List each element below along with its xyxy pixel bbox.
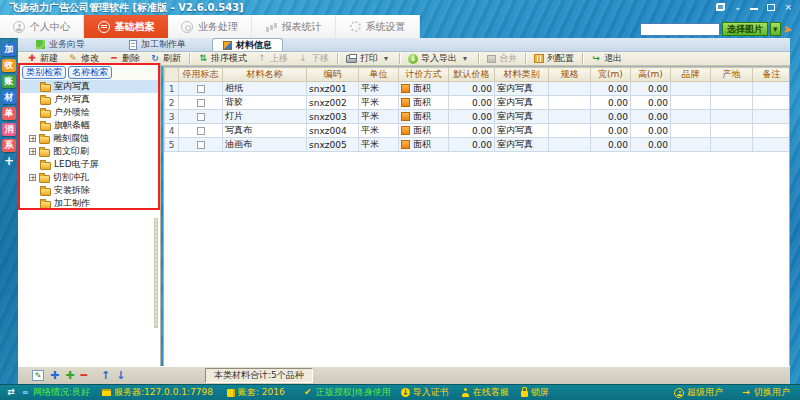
tree-item-cutting[interactable]: 切割冲孔 (20, 171, 158, 184)
tab-work-order[interactable]: 加工制作单 (119, 38, 196, 51)
window-title: 飞扬动力广告公司管理软件 [标准版 - V2.6.0.543] (0, 1, 244, 15)
move-down-icon[interactable]: ↓ (116, 370, 125, 382)
move-down-button[interactable]: 下移 (293, 52, 334, 65)
tree-item-outdoor-photo[interactable]: 户外写真 (20, 93, 158, 106)
expand-icon[interactable] (29, 174, 36, 181)
tree-item-install-remove[interactable]: 安装拆除 (20, 184, 158, 197)
switch-user-button[interactable]: 切换用户 (741, 386, 790, 399)
tree-item-engraving[interactable]: 雕刻腐蚀 (20, 132, 158, 145)
disable-checkbox[interactable] (197, 85, 205, 93)
add-blue-icon[interactable]: ✚ (50, 370, 59, 382)
disable-checkbox[interactable] (197, 127, 205, 135)
sync-icon (6, 387, 16, 398)
quick-tab-add[interactable]: + (2, 155, 16, 168)
add-green-icon[interactable]: ✚ (65, 370, 74, 382)
table-row[interactable]: 4 写真布 snxz004 平米 面积 0.00 室内写真 0.00 0.00 (165, 124, 791, 138)
import-cert-icon (401, 388, 410, 397)
area-pricing-icon (401, 98, 410, 107)
folder-icon (40, 123, 51, 131)
import-cert-button[interactable]: 导入证书 (401, 386, 449, 399)
minimize-icon[interactable] (750, 3, 758, 11)
quick-tab-dan[interactable]: 单 (2, 107, 16, 120)
quick-tab-jia[interactable]: 加 (2, 43, 16, 56)
expand-icon[interactable] (29, 135, 36, 142)
account-book-icon (227, 389, 235, 397)
caret-down-icon (381, 53, 391, 64)
merge-button[interactable]: 合并 (482, 52, 522, 65)
windows-icon[interactable] (716, 3, 725, 11)
window-controls: ⌄ × (716, 1, 792, 13)
image-picker: 选择图片 ▾ ➤ (640, 22, 792, 36)
bar-chart-icon (266, 22, 277, 32)
move-up-button[interactable]: 上移 (252, 52, 293, 65)
switch-arrow-icon (741, 387, 751, 398)
tree-item-flag-banner[interactable]: 旗帜条幅 (20, 119, 158, 132)
disable-checkbox[interactable] (197, 99, 205, 107)
account-set: 账套: 2016 (227, 386, 285, 399)
column-config-icon (534, 54, 544, 63)
sort-icon (198, 53, 208, 64)
move-up-icon[interactable]: ↑ (101, 370, 110, 382)
tab-business-wizard[interactable]: 业务向导 (26, 38, 95, 51)
tab-name-search[interactable]: 名称检索 (68, 66, 112, 79)
application-window: 飞扬动力广告公司管理软件 [标准版 - V2.6.0.543] ⌄ × 个人中心… (0, 0, 800, 400)
tree-item-graphic-print[interactable]: 图文印刷 (20, 145, 158, 158)
image-path-input[interactable] (640, 23, 720, 36)
quick-tab-xiao[interactable]: 消 (2, 123, 16, 136)
tree-scrollbar[interactable] (154, 218, 158, 328)
disable-checkbox[interactable] (197, 113, 205, 121)
lock-screen-button[interactable]: 锁屏 (521, 386, 549, 399)
sort-mode-button[interactable]: 排序模式 (193, 52, 252, 65)
table-row[interactable]: 2 背胶 snxz002 平米 面积 0.00 室内写真 0.00 0.00 (165, 96, 791, 110)
folder-icon (40, 188, 51, 196)
exit-button[interactable]: 退出 (586, 52, 627, 65)
select-image-button[interactable]: 选择图片 (722, 22, 768, 36)
edit-note-icon[interactable] (32, 370, 44, 381)
separator (189, 53, 190, 64)
table-row[interactable]: 1 相纸 snxz001 平米 面积 0.00 室内写真 0.00 0.00 (165, 82, 791, 96)
quick-tab-cai[interactable]: 材 (2, 91, 16, 104)
tab-business-process[interactable]: 业务处理 (168, 15, 252, 38)
tab-personal-center[interactable]: 个人中心 (0, 15, 84, 38)
area-pricing-icon (401, 112, 410, 121)
tab-material-info[interactable]: 材料信息 (212, 38, 283, 51)
quick-tab-xi[interactable]: 系 (2, 139, 16, 152)
exit-icon (591, 53, 601, 64)
pointer-hand-icon: ➤ (782, 22, 793, 36)
pin-icon[interactable]: ⌄ (734, 1, 742, 13)
super-user-button[interactable]: 超级用户 (674, 386, 723, 399)
tree-item-processing[interactable]: 加工制作 (20, 197, 158, 210)
folder-icon (40, 84, 51, 92)
merge-icon (487, 55, 496, 63)
maximize-icon[interactable] (767, 4, 775, 11)
category-tree-panel: 类别检索 名称检索 室内写真 户外写真 户外喷绘 旗帜条幅 雕刻腐蚀 图文印刷 … (18, 63, 161, 366)
tree-item-indoor-photo[interactable]: 室内写真 (20, 80, 158, 93)
tree-item-outdoor-spray[interactable]: 户外喷绘 (20, 106, 158, 119)
tree-item-led-screen[interactable]: LED电子屏 (20, 158, 158, 171)
server-status: 服务器:127.0.0.1:7798 (102, 386, 213, 399)
disable-checkbox[interactable] (197, 141, 205, 149)
table-row[interactable]: 3 灯片 snxz003 平米 面积 0.00 室内写真 0.00 0.00 (165, 110, 791, 124)
tab-basic-archives[interactable]: 基础档案 (84, 15, 168, 38)
quick-access-strip: 加 收 账 材 单 消 系 + (0, 38, 18, 384)
material-grid: 停用标志 材料名称 编码 单位 计价方式 默认价格 材料类别 规格 宽(m) 高… (163, 66, 790, 366)
grid-footer: 本类材料合计:5个品种 (163, 368, 790, 383)
close-icon[interactable]: × (784, 1, 792, 13)
business-circle-icon (181, 21, 193, 33)
search-mode-tabs: 类别检索 名称检索 (20, 65, 158, 80)
license-status: 正版授权|终身使用 (303, 386, 391, 399)
tab-category-search[interactable]: 类别检索 (22, 66, 66, 79)
print-button[interactable]: 打印 (341, 52, 396, 65)
expand-icon[interactable] (29, 148, 36, 155)
remove-icon[interactable]: ━ (80, 370, 87, 382)
tab-report-statistics[interactable]: 报表统计 (252, 15, 336, 38)
import-export-button[interactable]: 导入导出 (403, 52, 475, 65)
quick-tab-zhang[interactable]: 账 (2, 75, 16, 88)
main-menu-bar: 个人中心 基础档案 业务处理 报表统计 系统设置 (0, 15, 420, 38)
table-row[interactable]: 5 油画布 snxz005 平米 面积 0.00 室内写真 0.00 0.00 (165, 138, 791, 152)
column-config-button[interactable]: 列配置 (529, 52, 579, 65)
tab-system-settings[interactable]: 系统设置 (336, 15, 420, 38)
quick-tab-shou[interactable]: 收 (2, 59, 16, 72)
online-service-button[interactable]: 在线客服 (461, 386, 509, 399)
select-image-dropdown[interactable]: ▾ (770, 22, 781, 36)
